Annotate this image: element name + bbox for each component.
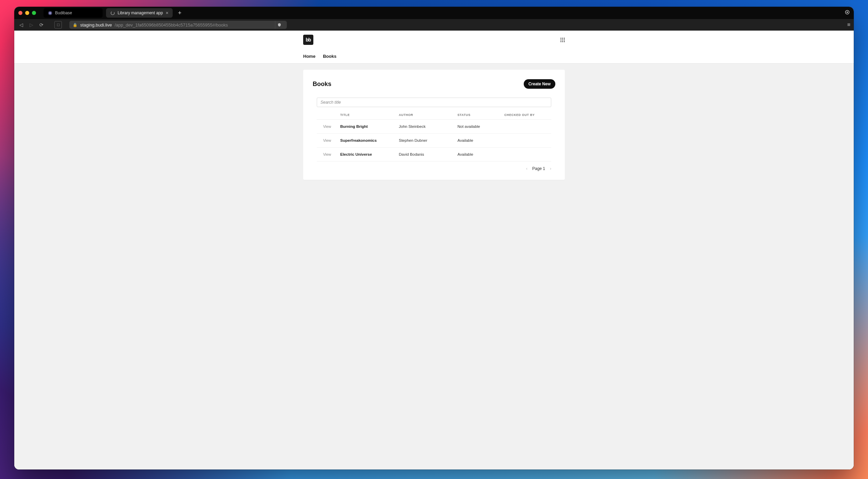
page-title: Books — [313, 81, 331, 88]
table-row: View Burning Bright John Steinbeck Not a… — [317, 120, 551, 134]
forward-button[interactable]: ▷ — [28, 22, 35, 28]
maximize-window-button[interactable] — [32, 11, 36, 15]
browser-tab-budibase[interactable]: Budibase — [44, 8, 103, 18]
app-viewport: bb Home Books Books Create New — [14, 31, 854, 469]
extension-icon[interactable] — [845, 10, 850, 16]
col-header-view — [317, 110, 340, 120]
col-header-checked-out-by: CHECKED OUT BY — [504, 110, 551, 120]
pagination-label: Page 1 — [532, 166, 545, 171]
cell-checked-out-by — [504, 134, 551, 148]
back-button[interactable]: ◁ — [18, 22, 24, 28]
cell-author: David Bodanis — [399, 148, 458, 161]
tab-title: Library management app — [118, 11, 163, 15]
bookmark-button[interactable]: ☐ — [54, 21, 62, 29]
app-header: bb Home Books — [14, 31, 854, 64]
search-input[interactable] — [317, 98, 551, 107]
close-window-button[interactable] — [18, 11, 22, 15]
prev-page-button[interactable]: ‹ — [526, 166, 527, 171]
browser-tab-library-app[interactable]: Library management app × — [106, 8, 173, 18]
browser-menu-button[interactable]: ≡ — [847, 22, 850, 28]
cell-title: Electric Universe — [340, 148, 399, 161]
svg-point-1 — [49, 12, 51, 14]
table-header-row: TITLE AUTHOR STATUS CHECKED OUT BY — [317, 110, 551, 120]
col-header-status: STATUS — [457, 110, 504, 120]
address-bar[interactable]: 🔒 staging.budi.live/app_dev_1fa65096b850… — [69, 21, 287, 29]
next-page-button[interactable]: › — [550, 166, 551, 171]
app-nav: Home Books — [303, 49, 565, 63]
pagination: ‹ Page 1 › — [313, 161, 555, 172]
browser-window: Budibase Library management app × + ◁ ▷ … — [14, 7, 854, 469]
nav-books[interactable]: Books — [323, 54, 336, 59]
loading-spinner-icon — [110, 11, 115, 15]
favicon-icon — [48, 11, 52, 15]
tab-title: Budibase — [55, 11, 72, 15]
table-row: View Superfreakonomics Stephen Dubner Av… — [317, 134, 551, 148]
apps-menu-icon[interactable] — [560, 38, 565, 42]
cell-title: Superfreakonomics — [340, 134, 399, 148]
create-new-button[interactable]: Create New — [524, 79, 555, 89]
view-link[interactable]: View — [317, 152, 337, 156]
tab-strip: Budibase Library management app × + — [14, 7, 854, 19]
books-table: TITLE AUTHOR STATUS CHECKED OUT BY View … — [317, 110, 551, 161]
shield-icon[interactable] — [275, 21, 283, 29]
reload-button[interactable]: ⟳ — [38, 22, 45, 28]
cell-status: Not available — [457, 120, 504, 134]
new-tab-button[interactable]: + — [176, 10, 184, 17]
minimize-window-button[interactable] — [25, 11, 29, 15]
cell-author: John Steinbeck — [399, 120, 458, 134]
url-path: /app_dev_1fa65096b850455bb4c5715a7565595… — [115, 22, 228, 28]
window-controls — [18, 11, 36, 15]
nav-home[interactable]: Home — [303, 54, 315, 59]
app-logo[interactable]: bb — [303, 35, 313, 45]
view-link[interactable]: View — [317, 138, 337, 142]
cell-author: Stephen Dubner — [399, 134, 458, 148]
browser-toolbar: ◁ ▷ ⟳ ☐ 🔒 staging.budi.live/app_dev_1fa6… — [14, 19, 854, 31]
close-tab-icon[interactable]: × — [166, 10, 168, 16]
svg-point-2 — [111, 11, 114, 15]
svg-point-4 — [847, 12, 848, 13]
col-header-author: AUTHOR — [399, 110, 458, 120]
view-link[interactable]: View — [317, 124, 337, 129]
cell-title: Burning Bright — [340, 120, 399, 134]
books-card: Books Create New TITLE AUTHOR — [303, 70, 565, 180]
cell-status: Available — [457, 134, 504, 148]
cell-checked-out-by — [504, 148, 551, 161]
cell-status: Available — [457, 148, 504, 161]
table-row: View Electric Universe David Bodanis Ava… — [317, 148, 551, 161]
cell-checked-out-by — [504, 120, 551, 134]
url-host: staging.budi.live — [80, 22, 112, 28]
col-header-title: TITLE — [340, 110, 399, 120]
lock-icon: 🔒 — [73, 23, 77, 27]
